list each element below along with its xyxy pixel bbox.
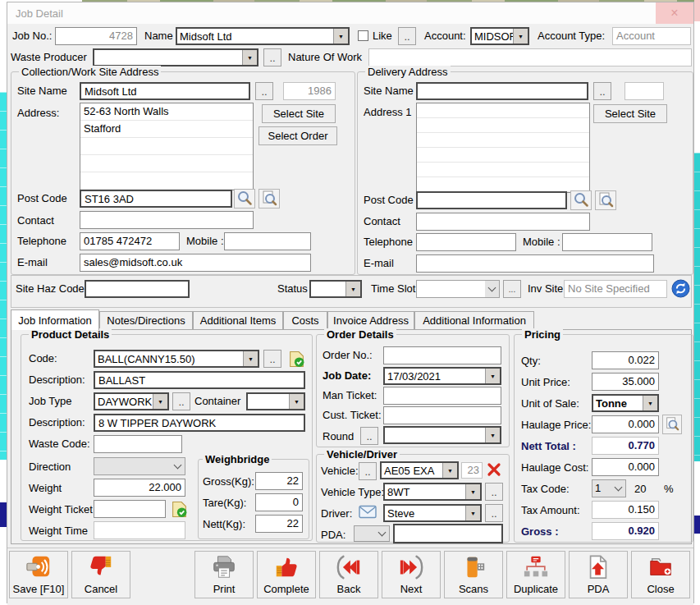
- chevron-down-icon[interactable]: ▼: [465, 506, 480, 520]
- chevron-down-icon[interactable]: ▼: [513, 29, 528, 44]
- back-button[interactable]: Back: [319, 551, 378, 598]
- haulage-price-field[interactable]: 0.000: [592, 415, 659, 433]
- time-slot-browse-button[interactable]: ...: [503, 280, 521, 298]
- weight-field[interactable]: 22.000: [94, 479, 185, 497]
- chevron-down-icon[interactable]: ▼: [243, 351, 258, 366]
- gross-kg-field[interactable]: 22: [255, 472, 303, 490]
- post-code-map-button[interactable]: [258, 189, 280, 209]
- tax-amount-field[interactable]: 0.150: [592, 501, 659, 519]
- waste-producer-combobox[interactable]: ▼: [93, 48, 258, 66]
- close-button[interactable]: Close: [631, 551, 690, 598]
- delivery-post-code-field[interactable]: [416, 191, 567, 209]
- nature-of-work-field[interactable]: [368, 48, 692, 66]
- account-combobox[interactable]: MIDSOF▼: [470, 27, 529, 45]
- job-description-field[interactable]: 8 W TIPPER DAYWORK: [94, 414, 305, 432]
- order-no-field[interactable]: [383, 346, 501, 364]
- vehicle-combobox[interactable]: AE05 EXA▼: [380, 461, 459, 479]
- address-line[interactable]: [80, 155, 253, 172]
- chevron-down-icon[interactable]: ▼: [643, 396, 657, 410]
- collection-mobile-field[interactable]: [224, 232, 311, 250]
- chevron-down-icon[interactable]: ▼: [465, 484, 480, 499]
- address-line[interactable]: [80, 172, 253, 190]
- note-check-icon[interactable]: [286, 349, 306, 369]
- container-combobox[interactable]: ▼: [246, 392, 305, 410]
- weight-time-field[interactable]: [94, 521, 185, 539]
- collection-select-site-button[interactable]: Select Site: [262, 104, 336, 123]
- tab-additional-information[interactable]: Additional Information: [414, 311, 534, 329]
- haulage-lookup-button[interactable]: [662, 415, 682, 434]
- qty-field[interactable]: 0.022: [592, 351, 659, 369]
- print-button[interactable]: Print: [194, 551, 254, 598]
- like-checkbox[interactable]: [358, 30, 368, 41]
- delivery-mobile-field[interactable]: [562, 233, 652, 251]
- job-type-browse-button[interactable]: ..: [172, 392, 190, 410]
- refresh-icon[interactable]: [670, 278, 690, 298]
- collection-contact-field[interactable]: [80, 211, 254, 229]
- delivery-site-browse-button[interactable]: ..: [593, 82, 611, 100]
- collection-telephone-field[interactable]: 01785 472472: [80, 232, 180, 250]
- time-slot-combobox[interactable]: [416, 280, 500, 298]
- collection-email-field[interactable]: sales@midsoft.co.uk: [80, 254, 311, 272]
- haulage-cost-field[interactable]: 0.000: [592, 458, 659, 476]
- collection-site-browse-button[interactable]: ..: [255, 82, 273, 100]
- collection-address-listbox[interactable]: 52-63 North Walls Stafford: [80, 103, 254, 190]
- chevron-down-icon[interactable]: ▼: [153, 394, 167, 409]
- job-date-combobox[interactable]: 17/03/2021▼: [383, 367, 501, 385]
- delivery-site-name-field[interactable]: [416, 82, 588, 100]
- nett-kg-field[interactable]: 22: [255, 515, 303, 533]
- name-combobox[interactable]: Midsoft Ltd▼: [176, 27, 350, 45]
- site-haz-code-field[interactable]: [85, 280, 190, 298]
- tab-costs[interactable]: Costs: [283, 311, 327, 329]
- direction-combobox[interactable]: [94, 457, 185, 475]
- address-line[interactable]: [417, 148, 589, 163]
- pda-combobox[interactable]: [354, 525, 390, 542]
- post-code-map-button[interactable]: [595, 190, 616, 210]
- code-combobox[interactable]: BALL(CANNY15.50)▼: [94, 350, 259, 368]
- title-bar[interactable]: Job Detail ×: [7, 2, 693, 24]
- chevron-down-icon[interactable]: [375, 526, 389, 541]
- chevron-down-icon[interactable]: ▼: [289, 394, 304, 409]
- description-field[interactable]: BALLAST: [94, 371, 305, 389]
- delivery-contact-field[interactable]: [416, 213, 590, 231]
- address-line[interactable]: [417, 118, 589, 133]
- complete-button[interactable]: Complete: [257, 551, 316, 598]
- waste-code-field[interactable]: [94, 435, 182, 453]
- collection-select-order-button[interactable]: Select Order: [258, 126, 337, 145]
- close-icon[interactable]: ×: [656, 2, 693, 24]
- next-button[interactable]: Next: [382, 551, 441, 598]
- address-line[interactable]: Stafford: [80, 121, 253, 138]
- chevron-down-icon[interactable]: ▼: [442, 463, 457, 478]
- weight-ticket-field[interactable]: [94, 500, 166, 518]
- pda-button[interactable]: PDA: [569, 551, 628, 598]
- driver-combobox[interactable]: Steve▼: [383, 504, 482, 522]
- tax-code-combobox[interactable]: 1: [592, 479, 626, 497]
- round-browse-button[interactable]: ..: [360, 427, 378, 445]
- driver-browse-button[interactable]: ..: [485, 504, 503, 522]
- chevron-down-icon[interactable]: ▼: [242, 50, 257, 65]
- tab-job-information[interactable]: Job Information: [11, 309, 99, 330]
- save-button[interactable]: Save [F10]: [9, 551, 68, 598]
- chevron-down-icon[interactable]: [611, 480, 625, 497]
- vehicle-browse-button[interactable]: ..: [359, 462, 377, 480]
- post-code-lookup-button[interactable]: [570, 190, 592, 210]
- chevron-down-icon[interactable]: ▼: [345, 282, 360, 296]
- chevron-down-icon[interactable]: [171, 458, 185, 474]
- waste-producer-browse-button[interactable]: ..: [263, 48, 281, 66]
- job-type-combobox[interactable]: DAYWORK▼: [94, 392, 169, 410]
- post-code-lookup-button[interactable]: [234, 189, 255, 209]
- tab-notes-directions[interactable]: Notes/Directions: [99, 311, 193, 329]
- delivery-email-field[interactable]: [416, 254, 654, 273]
- chevron-down-icon[interactable]: ▼: [485, 369, 500, 383]
- cust-ticket-field[interactable]: [383, 406, 501, 424]
- collection-post-code-field[interactable]: ST16 3AD: [80, 190, 232, 208]
- delivery-address-listbox[interactable]: [416, 103, 590, 193]
- tare-kg-field[interactable]: 0: [255, 493, 303, 511]
- man-ticket-field[interactable]: [383, 387, 501, 405]
- round-combobox[interactable]: ▼: [383, 426, 501, 444]
- chevron-down-icon[interactable]: ▼: [333, 29, 348, 44]
- code-browse-button[interactable]: ..: [263, 350, 281, 368]
- tab-additional-items[interactable]: Additional Items: [193, 311, 283, 329]
- unit-of-sale-combobox[interactable]: Tonne▼: [592, 394, 659, 412]
- envelope-icon[interactable]: [357, 503, 378, 520]
- duplicate-button[interactable]: Duplicate: [506, 551, 565, 598]
